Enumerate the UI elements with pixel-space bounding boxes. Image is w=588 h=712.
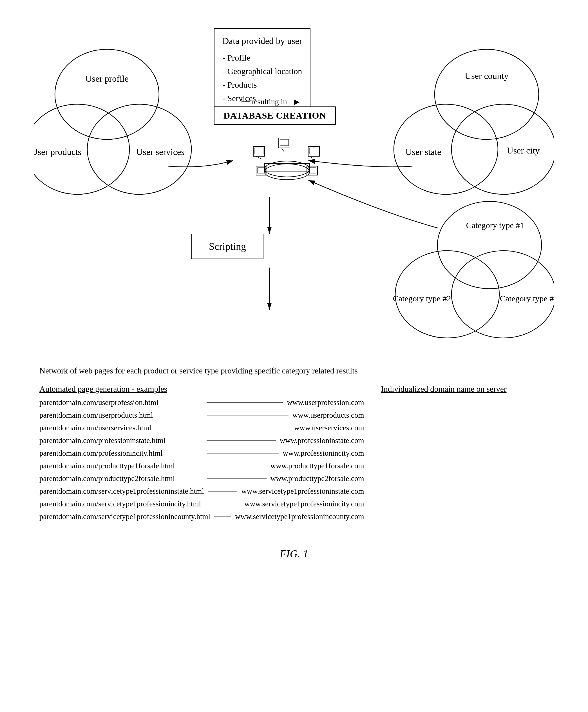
venn-right-svg: User county User state User city (391, 45, 554, 203)
svg-rect-29 (310, 148, 318, 154)
svg-line-22 (256, 156, 262, 159)
url-row-4: parentdomain.com/professionincity.html w… (39, 449, 364, 458)
url-left-8: parentdomain.com/servicetype1professioni… (39, 500, 203, 508)
resulting-in-label: └─ resulting in ─▶ (228, 97, 299, 106)
url-row-8: parentdomain.com/servicetype1professioni… (39, 500, 364, 508)
svg-rect-26 (280, 139, 289, 146)
svg-text:Category type #2: Category type #2 (393, 294, 451, 303)
url-right-6: www.producttype2forsale.com (271, 474, 364, 483)
left-column: Automated page generation - examples par… (39, 384, 364, 525)
url-left-7: parentdomain.com/servicetype1professioni… (39, 487, 204, 496)
url-row-9: parentdomain.com/servicetype1professioni… (39, 512, 364, 521)
url-left-5: parentdomain.com/producttype1forsale.htm… (39, 462, 203, 470)
url-line-6 (207, 479, 267, 479)
right-column: Individualized domain name on server (381, 384, 549, 525)
url-left-0: parentdomain.com/userprofession.html (39, 398, 203, 407)
svg-text:User services: User services (136, 147, 184, 157)
url-line-1 (207, 415, 289, 415)
info-item-3: - Products (223, 78, 302, 91)
url-right-2: www.userservices.com (294, 424, 364, 432)
url-line-3 (207, 441, 276, 441)
database-icon (248, 124, 327, 197)
url-left-9: parentdomain.com/servicetype1professioni… (39, 512, 210, 521)
bottom-section: Network of web pages for each product or… (22, 366, 566, 525)
url-right-7: www.servicetype1professioninstate.com (241, 487, 364, 496)
url-row-1: parentdomain.com/userproducts.html www.u… (39, 411, 364, 420)
svg-text:User profile: User profile (85, 74, 129, 84)
svg-rect-19 (265, 163, 310, 172)
url-row-2: parentdomain.com/userservices.html www.u… (39, 424, 364, 432)
url-row-6: parentdomain.com/producttype2forsale.htm… (39, 474, 364, 483)
url-row-3: parentdomain.com/professioninstate.html … (39, 436, 364, 445)
info-item-1: - Profile (223, 51, 302, 64)
url-line-8 (207, 504, 240, 504)
svg-text:User state: User state (405, 147, 441, 157)
svg-rect-23 (255, 148, 263, 154)
svg-line-28 (311, 156, 312, 160)
scripting-box: Scripting (191, 234, 264, 259)
network-description: Network of web pages for each product or… (39, 366, 549, 375)
db-creation-box: DATABASE CREATION (214, 106, 336, 125)
url-left-2: parentdomain.com/userservices.html (39, 424, 203, 432)
venn-left: User profile User products User services (34, 45, 197, 203)
url-table: Automated page generation - examples par… (39, 384, 549, 525)
url-rows: parentdomain.com/userprofession.html www… (39, 398, 364, 521)
svg-rect-31 (257, 167, 266, 173)
fig-label: FIG. 1 (22, 548, 566, 560)
left-col-header: Automated page generation - examples (39, 384, 364, 394)
url-row-7: parentdomain.com/servicetype1professioni… (39, 487, 364, 496)
svg-line-25 (281, 148, 284, 152)
url-left-6: parentdomain.com/producttype2forsale.htm… (39, 474, 203, 483)
svg-text:User county: User county (465, 71, 509, 81)
url-line-4 (207, 453, 279, 453)
svg-point-12 (437, 201, 542, 289)
venn-category: Category type #1 Category type #2 Catego… (391, 197, 549, 338)
url-line-7 (208, 491, 237, 491)
venn-left-svg: User profile User products User services (34, 45, 197, 203)
svg-text:Category type #3: Category type #3 (500, 294, 554, 303)
url-row-5: parentdomain.com/producttype1forsale.htm… (39, 462, 364, 470)
main-container: Data provided by user - Profile - Geogra… (0, 0, 588, 712)
url-left-1: parentdomain.com/userproducts.html (39, 411, 203, 420)
svg-point-6 (435, 49, 539, 139)
info-box-title: Data provided by user (223, 34, 302, 48)
url-left-3: parentdomain.com/professioninstate.html (39, 436, 203, 445)
url-line-2 (207, 428, 290, 428)
venn-category-svg: Category type #1 Category type #2 Catego… (391, 197, 554, 338)
url-right-4: www.professionincity.com (283, 449, 364, 458)
diagram-area: Data provided by user - Profile - Geogra… (22, 17, 566, 355)
svg-text:Category type #1: Category type #1 (466, 221, 524, 230)
url-right-8: www.servicetype1professionincity.com (244, 500, 364, 508)
url-right-5: www.producttype1forsale.com (271, 462, 364, 470)
url-row-0: parentdomain.com/userprofession.html www… (39, 398, 364, 407)
svg-point-0 (55, 49, 159, 139)
url-right-0: www.userprofession.com (287, 398, 364, 407)
right-col-header: Individualized domain name on server (381, 384, 549, 394)
venn-right: User county User state User city (391, 45, 549, 203)
svg-text:User products: User products (34, 147, 81, 157)
svg-text:User city: User city (507, 145, 540, 156)
url-right-3: www.professioninstate.com (280, 436, 364, 445)
url-right-9: www.servicetype1professionincounty.com (235, 512, 364, 521)
url-line-9 (214, 516, 231, 517)
info-item-2: - Geographical location (223, 64, 302, 78)
url-left-4: parentdomain.com/professionincity.html (39, 449, 203, 458)
url-right-1: www.userproducts.com (292, 411, 364, 420)
